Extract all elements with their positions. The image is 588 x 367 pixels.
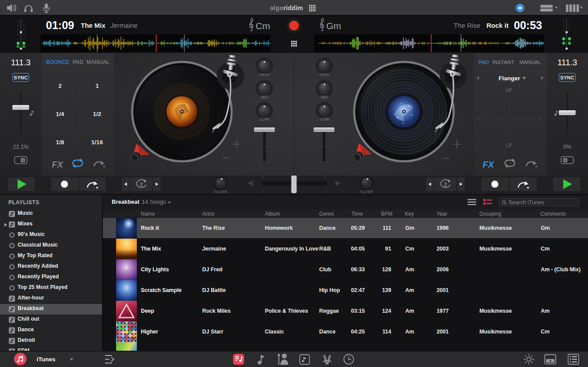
svg-text:1/8: 1/8	[56, 139, 64, 146]
svg-text:FX: FX	[52, 160, 64, 169]
svg-text:Jermaine: Jermaine	[110, 22, 138, 29]
svg-text:Cm: Cm	[256, 21, 270, 31]
svg-text:1/2: 1/2	[93, 111, 102, 117]
svg-text:Gm: Gm	[326, 21, 341, 31]
svg-text:Rock it: Rock it	[486, 22, 509, 29]
svg-text:FILTER: FILTER	[214, 190, 227, 194]
svg-text:01:09: 01:09	[46, 19, 74, 31]
svg-text:HIGH: HIGH	[260, 72, 270, 77]
svg-text:1/4: 1/4	[56, 111, 64, 117]
svg-text:LOW: LOW	[260, 117, 269, 121]
svg-text:algoriddim: algoriddim	[270, 4, 303, 11]
svg-text:The Rise: The Rise	[454, 22, 480, 29]
svg-text:MANUAL: MANUAL	[519, 60, 541, 65]
svg-text:Flanger: Flanger	[499, 75, 521, 82]
svg-text:SYNC: SYNC	[14, 75, 28, 80]
svg-text:FILTER: FILTER	[359, 190, 373, 194]
svg-text:MID: MID	[261, 95, 268, 99]
svg-text:1/16: 1/16	[91, 139, 103, 146]
svg-text:iTunes: iTunes	[37, 356, 56, 363]
svg-text:LP: LP	[506, 142, 513, 149]
svg-text:LOW: LOW	[320, 117, 329, 121]
svg-text:22.1%: 22.1%	[13, 144, 28, 150]
svg-text:1: 1	[95, 82, 99, 89]
svg-text:2: 2	[58, 82, 62, 89]
svg-text:PAD: PAD	[73, 59, 84, 65]
svg-text:00:53: 00:53	[514, 19, 542, 31]
svg-text:HP: HP	[505, 87, 513, 94]
svg-text:0%: 0%	[563, 144, 571, 150]
svg-text:MID: MID	[321, 95, 328, 99]
svg-text:BOUNCE: BOUNCE	[46, 59, 69, 65]
svg-text:The Mix: The Mix	[81, 22, 106, 29]
svg-text:FX: FX	[482, 160, 494, 169]
svg-text:INSTANT: INSTANT	[492, 60, 514, 65]
svg-text:SYNC: SYNC	[560, 75, 574, 80]
svg-text:PAD: PAD	[479, 60, 489, 65]
svg-text:111.3: 111.3	[558, 58, 577, 67]
svg-text:HIGH: HIGH	[320, 72, 330, 77]
svg-text:MANUAL: MANUAL	[87, 59, 109, 65]
svg-text:111.3: 111.3	[11, 58, 31, 67]
